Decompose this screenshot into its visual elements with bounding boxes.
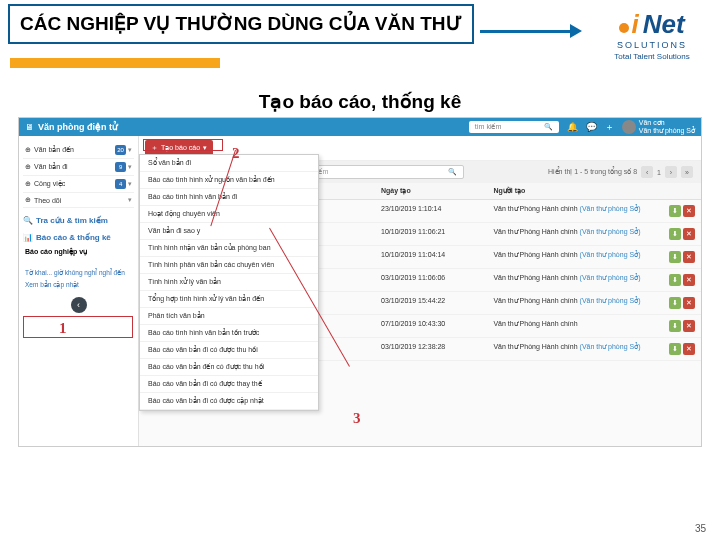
chevron-down-icon: ▾ bbox=[128, 180, 132, 187]
chevron-down-icon: ▾ bbox=[203, 144, 207, 152]
badge: 20 bbox=[115, 145, 126, 155]
download-button[interactable]: ⬇ bbox=[669, 274, 681, 286]
col-date: Ngày tạo bbox=[381, 187, 411, 194]
chat-icon[interactable]: 💬 bbox=[586, 122, 597, 132]
sidebar-section-reports[interactable]: 📊 Báo cáo & thống kê bbox=[23, 233, 134, 242]
app-screenshot: 🖥 Văn phòng điện tử tìm kiếm 🔍 🔔 💬 ＋ Văn… bbox=[18, 117, 702, 447]
cell-author: Văn thư Phòng Hành chính (Văn thư phòng … bbox=[487, 246, 656, 269]
cell-date: 03/10/2019 11:06:06 bbox=[375, 269, 487, 292]
cell-author: Văn thư Phòng Hành chính (Văn thư phòng … bbox=[487, 269, 656, 292]
user-menu[interactable]: Văn cơn Văn thư phòng Sở bbox=[622, 119, 695, 135]
help-link-1[interactable]: Tờ khai... giờ không nghỉ nghỉ đến bbox=[23, 267, 134, 279]
plus-icon: ⊕ bbox=[25, 163, 31, 171]
plus-icon: ＋ bbox=[151, 143, 158, 153]
report-type-menu: Sổ văn bản đi Báo cáo tình hình xử nguồn… bbox=[139, 154, 319, 411]
sidebar-item-label: Văn bản đi bbox=[34, 163, 68, 171]
download-button[interactable]: ⬇ bbox=[669, 343, 681, 355]
bell-icon[interactable]: 🔔 bbox=[567, 122, 578, 132]
download-button[interactable]: ⬇ bbox=[669, 297, 681, 309]
delete-button[interactable]: ✕ bbox=[683, 297, 695, 309]
menu-item[interactable]: Báo cáo văn bản đến có được thu hồi bbox=[140, 359, 318, 376]
sidebar-item-baocaonghiepvu[interactable]: Báo cáo nghiệp vụ bbox=[23, 245, 134, 259]
chevron-down-icon: ▾ bbox=[128, 196, 132, 204]
cell-author: Văn thư Phòng Hành chính (Văn thư phòng … bbox=[487, 200, 656, 223]
menu-item[interactable]: Hoạt động chuyên viên bbox=[140, 206, 318, 223]
toolbar: ＋ Tạo báo cáo ▾ Sổ văn bản đi Báo cáo tì… bbox=[139, 136, 701, 161]
menu-item[interactable]: Tình hình nhận văn bản của phòng ban bbox=[140, 240, 318, 257]
menu-item[interactable]: Báo cáo tình hình văn bản đi bbox=[140, 189, 318, 206]
page-last-button[interactable]: » bbox=[681, 166, 693, 178]
cell-date: 07/10/2019 10:43:30 bbox=[375, 315, 487, 338]
cell-date: 03/10/2019 15:44:22 bbox=[375, 292, 487, 315]
download-button[interactable]: ⬇ bbox=[669, 205, 681, 217]
sidebar-section-label: Báo cáo & thống kê bbox=[36, 233, 111, 242]
chart-icon: 📊 bbox=[23, 233, 33, 242]
cell-author: Văn thư Phòng Hành chính bbox=[487, 315, 656, 338]
download-button[interactable]: ⬇ bbox=[669, 228, 681, 240]
accent-bar bbox=[10, 58, 220, 68]
plus-icon[interactable]: ＋ bbox=[605, 121, 614, 134]
logo-i: i bbox=[631, 9, 638, 40]
menu-item[interactable]: Báo cáo tình hình văn bản tồn trước bbox=[140, 325, 318, 342]
download-button[interactable]: ⬇ bbox=[669, 320, 681, 332]
delete-button[interactable]: ✕ bbox=[683, 274, 695, 286]
delete-button[interactable]: ✕ bbox=[683, 228, 695, 240]
sidebar-item-vanbandi[interactable]: ⊕Văn bản đi 9 ▾ bbox=[23, 159, 134, 176]
app-title: Văn phòng điện tử bbox=[38, 122, 118, 132]
sidebar-item-theodoi[interactable]: ⊕Theo dõi ▾ bbox=[23, 193, 134, 208]
avatar bbox=[622, 120, 636, 134]
page-next-button[interactable]: › bbox=[665, 166, 677, 178]
search-icon: 🔍 bbox=[544, 123, 553, 131]
delete-button[interactable]: ✕ bbox=[683, 320, 695, 332]
plus-icon: ⊕ bbox=[25, 196, 31, 204]
chevron-down-icon: ▾ bbox=[128, 163, 132, 170]
cell-date: 10/10/2019 11:04:14 bbox=[375, 246, 487, 269]
menu-item[interactable]: Báo cáo văn bản đi có được thay thế bbox=[140, 376, 318, 393]
sidebar-section-label: Tra cứu & tìm kiếm bbox=[36, 216, 108, 225]
search-placeholder: tìm kiếm bbox=[475, 123, 502, 131]
menu-item[interactable]: Báo cáo văn bản đi có được cập nhật bbox=[140, 393, 318, 410]
arrow-graphic bbox=[484, 4, 592, 54]
menu-item[interactable]: Báo cáo tình hình xử nguồn văn bản đến bbox=[140, 172, 318, 189]
badge: 9 bbox=[115, 162, 126, 172]
page-prev-button[interactable]: ‹ bbox=[641, 166, 653, 178]
delete-button[interactable]: ✕ bbox=[683, 343, 695, 355]
logo-net: Net bbox=[643, 9, 685, 40]
plus-icon: ⊕ bbox=[25, 146, 31, 154]
title-box: CÁC NGHIỆP VỤ THƯỜNG DÙNG CỦA VĂN THƯ bbox=[8, 4, 474, 44]
sidebar-item-vanbanden[interactable]: ⊕Văn bản đến 20 ▾ bbox=[23, 142, 134, 159]
cell-author: Văn thư Phòng Hành chính (Văn thư phòng … bbox=[487, 338, 656, 361]
create-report-dropdown[interactable]: ＋ Tạo báo cáo ▾ Sổ văn bản đi Báo cáo tì… bbox=[145, 140, 213, 156]
global-search[interactable]: tìm kiếm 🔍 bbox=[469, 121, 559, 133]
menu-item[interactable]: Văn bản đi sao y bbox=[140, 223, 318, 240]
subtitle: Tạo báo cáo, thống kê bbox=[0, 90, 720, 113]
logo: i Net SOLUTIONS Total Talent Solutions bbox=[592, 4, 712, 66]
sidebar-item-label: Công việc bbox=[34, 180, 65, 188]
chevron-left-icon: ‹ bbox=[77, 300, 80, 310]
pagination-text: Hiển thị 1 - 5 trong tổng số 8 bbox=[548, 168, 637, 176]
delete-button[interactable]: ✕ bbox=[683, 205, 695, 217]
menu-item[interactable]: Phân tích văn bản bbox=[140, 308, 318, 325]
sidebar: ⊕Văn bản đến 20 ▾ ⊕Văn bản đi 9 ▾ ⊕Công … bbox=[19, 136, 139, 446]
sidebar-section-search[interactable]: 🔍 Tra cứu & tìm kiếm bbox=[23, 216, 134, 225]
pagination: Hiển thị 1 - 5 trong tổng số 8 ‹ 1 › » bbox=[548, 166, 693, 178]
download-button[interactable]: ⬇ bbox=[669, 251, 681, 263]
cell-author: Văn thư Phòng Hành chính (Văn thư phòng … bbox=[487, 292, 656, 315]
menu-item[interactable]: Tổng hợp tình hình xử lý văn bản đến bbox=[140, 291, 318, 308]
help-link-2[interactable]: Xem bản cập nhật bbox=[23, 279, 134, 291]
sidebar-item-label: Văn bản đến bbox=[34, 146, 74, 154]
search-icon: 🔍 bbox=[448, 168, 457, 176]
monitor-icon: 🖥 bbox=[25, 122, 34, 132]
menu-item[interactable]: Báo cáo văn bản đi có được thu hồi bbox=[140, 342, 318, 359]
delete-button[interactable]: ✕ bbox=[683, 251, 695, 263]
sidebar-item-label: Theo dõi bbox=[34, 197, 61, 204]
cell-author: Văn thư Phòng Hành chính (Văn thư phòng … bbox=[487, 223, 656, 246]
collapse-sidebar-button[interactable]: ‹ bbox=[71, 297, 87, 313]
cell-date: 03/10/2019 12:38:28 bbox=[375, 338, 487, 361]
col-author: Người tạo bbox=[493, 187, 525, 194]
page-number: 35 bbox=[695, 523, 706, 534]
menu-item[interactable]: Tình hình xử lý văn bản bbox=[140, 274, 318, 291]
app-header: 🖥 Văn phòng điện tử tìm kiếm 🔍 🔔 💬 ＋ Văn… bbox=[19, 118, 701, 136]
sidebar-item-congviec[interactable]: ⊕Công việc 4 ▾ bbox=[23, 176, 134, 193]
logo-solutions: SOLUTIONS bbox=[617, 40, 687, 50]
